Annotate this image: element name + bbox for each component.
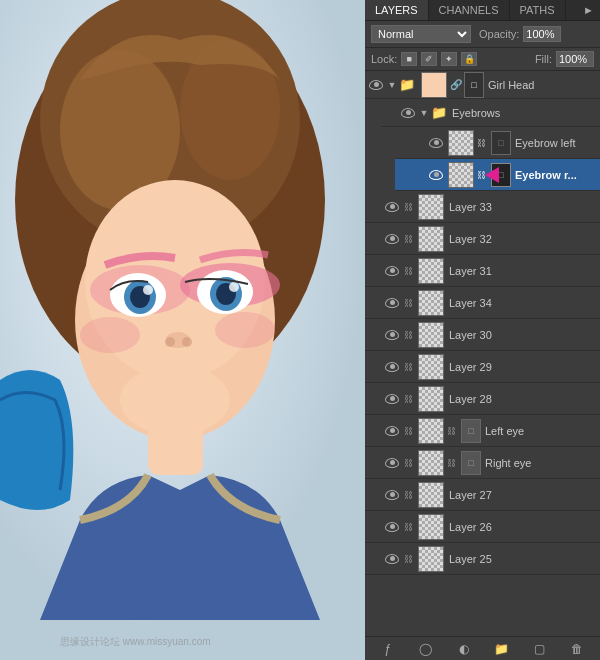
layer-row-29[interactable]: ⛓ Layer 29 bbox=[365, 351, 600, 383]
chain-icon-29[interactable]: ⛓ bbox=[401, 360, 415, 374]
blend-mode-row: Normal Opacity: bbox=[365, 21, 600, 48]
layer-row-eyebrow-right[interactable]: ⛓ □ Eyebrow r... bbox=[395, 159, 600, 191]
blend-mode-select[interactable]: Normal bbox=[371, 25, 471, 43]
layer-row-33[interactable]: ⛓ Layer 33 bbox=[365, 191, 600, 223]
layer-row-28[interactable]: ⛓ Layer 28 bbox=[365, 383, 600, 415]
layer-row-26[interactable]: ⛓ Layer 26 bbox=[365, 511, 600, 543]
chain-icon-30[interactable]: ⛓ bbox=[401, 328, 415, 342]
chain-icon-31[interactable]: ⛓ bbox=[401, 264, 415, 278]
chain-icon-26[interactable]: ⛓ bbox=[401, 520, 415, 534]
layer-name-right-eye: Right eye bbox=[483, 457, 598, 469]
layer-thumb-31 bbox=[418, 258, 444, 284]
visibility-toggle-30[interactable] bbox=[383, 319, 401, 350]
visibility-toggle-eyebrow-left[interactable] bbox=[427, 127, 445, 158]
visibility-toggle-28[interactable] bbox=[383, 383, 401, 414]
layer-name-eyebrow-left: Eyebrow left bbox=[513, 137, 598, 149]
layer-name-eyebrows: Eyebrows bbox=[450, 107, 598, 119]
delete-layer-button[interactable]: 🗑 bbox=[567, 640, 587, 658]
visibility-toggle-34[interactable] bbox=[383, 287, 401, 318]
opacity-input[interactable] bbox=[523, 26, 561, 42]
layer-thumb-eyebrow-left bbox=[448, 130, 474, 156]
chain-icon-25[interactable]: ⛓ bbox=[401, 552, 415, 566]
add-mask-button[interactable]: ◯ bbox=[416, 640, 436, 658]
layer-thumb-34 bbox=[418, 290, 444, 316]
layer-row-girl-head[interactable]: ▼ 📁 🔗 □ Girl Head bbox=[365, 71, 600, 99]
chain-icon-32[interactable]: ⛓ bbox=[401, 232, 415, 246]
canvas-preview: 思缘设计论坛 www.missyuan.com bbox=[0, 0, 365, 660]
selection-arrow bbox=[485, 167, 499, 183]
visibility-toggle-left-eye[interactable] bbox=[383, 415, 401, 446]
visibility-toggle-31[interactable] bbox=[383, 255, 401, 286]
tab-channels[interactable]: CHANNELS bbox=[429, 0, 510, 20]
chain-icon-left-eye[interactable]: ⛓ bbox=[401, 424, 415, 438]
layer-row-32[interactable]: ⛓ Layer 32 bbox=[365, 223, 600, 255]
layer-row-eyebrows[interactable]: ▼ 📁 Eyebrows bbox=[381, 99, 600, 127]
layer-thumb-eyebrow-right bbox=[448, 162, 474, 188]
expand-icon-girl-head[interactable]: ▼ bbox=[385, 78, 399, 92]
visibility-toggle-33[interactable] bbox=[383, 191, 401, 222]
lock-pixel-icon[interactable]: ■ bbox=[401, 52, 417, 66]
layer-row-eyebrow-left[interactable]: ⛓ □ Eyebrow left bbox=[395, 127, 600, 159]
expand-icon-eyebrows[interactable]: ▼ bbox=[417, 106, 431, 120]
visibility-toggle-eyebrows[interactable] bbox=[399, 99, 417, 126]
layer-thumb-28 bbox=[418, 386, 444, 412]
layer-row-25[interactable]: ⛓ Layer 25 bbox=[365, 543, 600, 575]
chain-icon-27[interactable]: ⛓ bbox=[401, 488, 415, 502]
panel-menu-arrow[interactable]: ► bbox=[577, 0, 600, 20]
visibility-toggle-right-eye[interactable] bbox=[383, 447, 401, 478]
layer-row-left-eye[interactable]: ⛓ ⛓ □ Left eye bbox=[365, 415, 600, 447]
layer-row-31[interactable]: ⛓ Layer 31 bbox=[365, 255, 600, 287]
lock-label: Lock: bbox=[371, 53, 397, 65]
lock-all-icon[interactable]: 🔒 bbox=[461, 52, 477, 66]
layer-thumb-left-eye bbox=[418, 418, 444, 444]
layer-row-27[interactable]: ⛓ Layer 27 bbox=[365, 479, 600, 511]
add-adjustment-button[interactable]: ◐ bbox=[454, 640, 474, 658]
visibility-toggle-29[interactable] bbox=[383, 351, 401, 382]
layer-name-29: Layer 29 bbox=[447, 361, 598, 373]
svg-rect-23 bbox=[148, 415, 203, 475]
fill-input[interactable] bbox=[556, 51, 594, 67]
layer-thumb-27 bbox=[418, 482, 444, 508]
tab-layers[interactable]: LAYERS bbox=[365, 0, 429, 20]
chain-icon-33[interactable]: ⛓ bbox=[401, 200, 415, 214]
layer-name-left-eye: Left eye bbox=[483, 425, 598, 437]
layer-name-33: Layer 33 bbox=[447, 201, 598, 213]
add-fx-button[interactable]: ƒ bbox=[378, 640, 398, 658]
chain-icon-right-eye[interactable]: ⛓ bbox=[401, 456, 415, 470]
layer-row-30[interactable]: ⛓ Layer 30 bbox=[365, 319, 600, 351]
visibility-toggle-26[interactable] bbox=[383, 511, 401, 542]
visibility-toggle-eyebrow-right[interactable] bbox=[427, 159, 445, 190]
link-icon-girl-head: 🔗 bbox=[450, 79, 462, 90]
visibility-toggle-25[interactable] bbox=[383, 543, 401, 574]
layer-name-25: Layer 25 bbox=[447, 553, 598, 565]
layer-row-right-eye[interactable]: ⛓ ⛓ □ Right eye bbox=[365, 447, 600, 479]
create-layer-button[interactable]: ▢ bbox=[529, 640, 549, 658]
layers-toolbar: ƒ ◯ ◐ 📁 ▢ 🗑 bbox=[365, 636, 600, 660]
visibility-toggle-girl-head[interactable] bbox=[367, 71, 385, 98]
create-group-button[interactable]: 📁 bbox=[491, 640, 511, 658]
svg-point-12 bbox=[143, 285, 153, 295]
mask-thumb-left-eye: □ bbox=[461, 419, 481, 443]
link-icon-eyebrow-left: ⛓ bbox=[477, 138, 489, 148]
tab-paths[interactable]: PATHS bbox=[510, 0, 566, 20]
svg-point-18 bbox=[165, 337, 175, 347]
layer-name-27: Layer 27 bbox=[447, 489, 598, 501]
svg-point-19 bbox=[182, 337, 192, 347]
svg-point-20 bbox=[80, 317, 140, 353]
chain-icon-28[interactable]: ⛓ bbox=[401, 392, 415, 406]
lock-move-icon[interactable]: ✦ bbox=[441, 52, 457, 66]
layer-name-girl-head: Girl Head bbox=[486, 79, 598, 91]
layer-thumb-26 bbox=[418, 514, 444, 540]
lock-paint-icon[interactable]: ✐ bbox=[421, 52, 437, 66]
layer-thumb-right-eye bbox=[418, 450, 444, 476]
chain-icon-34[interactable]: ⛓ bbox=[401, 296, 415, 310]
layer-thumb-29 bbox=[418, 354, 444, 380]
link-icon-left-eye: ⛓ bbox=[447, 426, 459, 436]
layer-thumb-25 bbox=[418, 546, 444, 572]
visibility-toggle-32[interactable] bbox=[383, 223, 401, 254]
layers-list: ▼ 📁 🔗 □ Girl Head ▼ 📁 Eyebrows ⛓ □ Eyebr… bbox=[365, 71, 600, 636]
folder-icon-girl-head: 📁 bbox=[399, 77, 415, 92]
layer-thumb-girl-head bbox=[421, 72, 447, 98]
visibility-toggle-27[interactable] bbox=[383, 479, 401, 510]
layer-row-34[interactable]: ⛓ Layer 34 bbox=[365, 287, 600, 319]
